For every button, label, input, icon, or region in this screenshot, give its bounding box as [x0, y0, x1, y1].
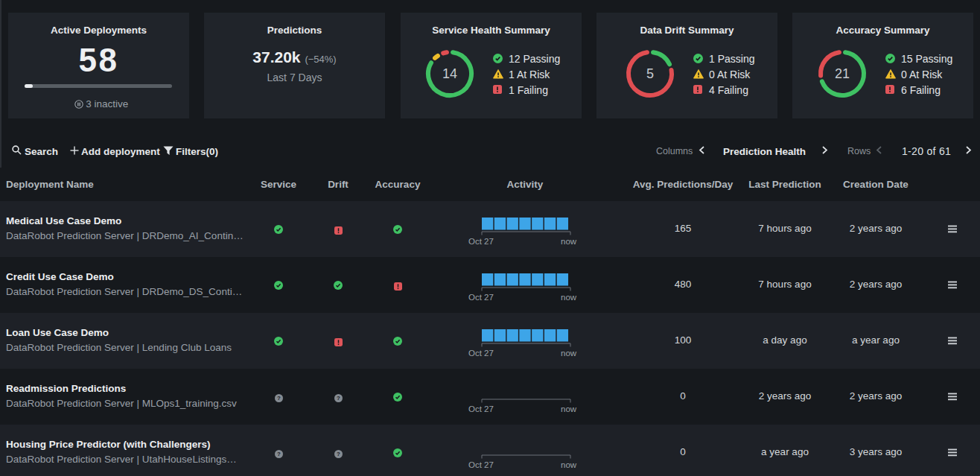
svg-text:?: ?	[277, 451, 281, 457]
svg-text:?: ?	[337, 451, 340, 457]
svg-text:?: ?	[277, 395, 281, 402]
svg-text:?: ?	[337, 395, 340, 402]
